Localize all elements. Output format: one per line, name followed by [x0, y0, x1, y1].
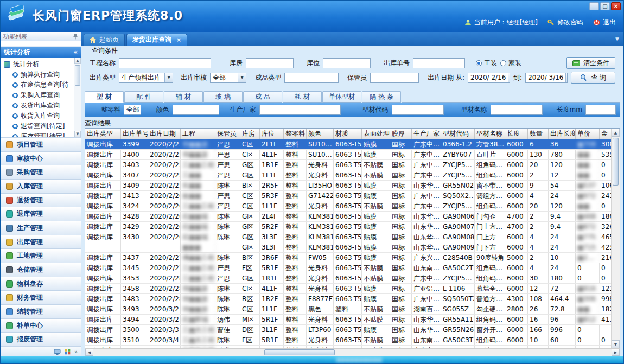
- table-row[interactable]: 调拨出库34532020/2/28工▦▦工程严思G区1R1F整料光身料6063-…: [85, 273, 611, 284]
- table-row[interactable]: 调拨出库34372020/2/27佛▦▦工程陈琳B区3R6F整料FW056063…: [85, 253, 611, 263]
- material-tab[interactable]: 耗 材: [283, 91, 322, 103]
- query-button[interactable]: 查 询: [571, 72, 615, 84]
- column-header[interactable]: 库房: [240, 129, 260, 139]
- location-input[interactable]: [323, 58, 371, 68]
- material-tab[interactable]: 型 材: [85, 91, 124, 103]
- close-button[interactable]: ×: [611, 2, 621, 10]
- product-type-input[interactable]: [284, 73, 339, 83]
- sidebar-module[interactable]: 退库管理: [1, 207, 81, 221]
- table-horizontal-scrollbar[interactable]: ◀ ▶: [85, 348, 620, 356]
- table-row[interactable]: 调拨出库35002020/3/3工▦共工程曹佳D区3L1F整料LT3P60606…: [85, 325, 611, 335]
- column-header[interactable]: 颜色: [307, 129, 334, 139]
- maximize-button[interactable]: □: [600, 2, 610, 10]
- logout-button[interactable]: 退出: [593, 18, 616, 27]
- table-row[interactable]: 调拨出库34942020/3/2石▦辉城汤伟M区5R1F整料光身料6063-T5…: [85, 315, 611, 325]
- scroll-down-icon[interactable]: ▼: [612, 340, 620, 348]
- out-type-select[interactable]: 生产领料出库 ▼: [119, 73, 173, 83]
- table-row[interactable]: 调拨出库34282020/2/26石▦▦城陈琳G区2L4F整料KLM381760…: [85, 212, 611, 222]
- audit-select[interactable]: 全部 ▼: [210, 73, 246, 83]
- table-row[interactable]: 调拨出库34092020/2/25长▦▦陈琳B区2R5F整料LI35HO6063…: [85, 181, 611, 191]
- table-row[interactable]: 调拨出库34072020/2/25工▦▦严思G区1L1F整料光身料6063-T5…: [85, 170, 611, 181]
- scroll-right-icon[interactable]: ▶: [612, 349, 620, 356]
- column-header[interactable]: 整零料: [284, 129, 307, 139]
- tree-root[interactable]: 统计分析: [4, 59, 74, 69]
- material-tab[interactable]: 辅 材: [164, 91, 203, 103]
- collapse-icon[interactable]: «: [73, 48, 78, 56]
- column-header[interactable]: 材质: [334, 129, 362, 139]
- keeper-input[interactable]: [370, 73, 419, 83]
- table-row[interactable]: 调拨出库34832020/2/28华▦▦源陈琳B区1R2F整料F8877FT60…: [85, 294, 611, 304]
- sidebar-module[interactable]: 项目管理: [1, 138, 81, 152]
- scroll-up-icon[interactable]: ▲: [74, 58, 81, 64]
- column-header[interactable]: 数量: [528, 129, 549, 139]
- warehouse-input[interactable]: [246, 58, 294, 68]
- column-header[interactable]: 型材名称: [475, 129, 505, 139]
- sidebar-module[interactable]: 入库管理: [1, 180, 81, 194]
- scrollbar-thumb[interactable]: [264, 349, 335, 355]
- tree-item[interactable]: 预算执行查询: [4, 69, 74, 80]
- column-header[interactable]: 工程: [181, 129, 215, 139]
- tree-item[interactable]: 采购入库查询: [4, 90, 74, 100]
- minimize-button[interactable]: —: [589, 2, 599, 10]
- sidebar-module[interactable]: 采购管理: [1, 165, 81, 180]
- column-header[interactable]: 出库日期: [148, 129, 181, 139]
- table-row[interactable]: ▦▦▦G区3L3F整料KLM38176063-T5贴膜国标山东华…GA90M09…: [85, 242, 611, 253]
- sidebar-module[interactable]: 物料盘存: [1, 277, 81, 291]
- sidebar-module[interactable]: 报废管理: [1, 333, 81, 347]
- material-tab[interactable]: 单体型材: [322, 91, 361, 103]
- scroll-down-icon[interactable]: ▼: [74, 131, 81, 137]
- tab-close-icon[interactable]: ×: [176, 36, 181, 43]
- table-row[interactable]: 调拨出库34582020/2/28华▦▦源陈琳C区4L1F整料光身料6063-T…: [85, 284, 611, 294]
- sidebar-module[interactable]: 生产管理: [1, 221, 81, 235]
- sidebar-module[interactable]: 审核中心: [1, 152, 81, 166]
- tree-scrollbar[interactable]: ▲ ▼: [74, 58, 81, 137]
- table-row[interactable]: 调拨出库33992020/2/25华▦▦源严思C区2L1F整料SU10…6063…: [85, 139, 611, 150]
- whole-part-select[interactable]: 全部 ▼: [124, 105, 141, 115]
- column-header[interactable]: 库位: [260, 129, 284, 139]
- scroll-up-icon[interactable]: ▲: [612, 129, 620, 137]
- table-row[interactable]: 调拨出库34002020/2/25华▦▦源严思C区4L1F整料SU10…6063…: [85, 150, 611, 160]
- profile-name-input[interactable]: [491, 105, 543, 115]
- chevron-down-icon[interactable]: ▼: [565, 73, 568, 82]
- sidebar-module[interactable]: 出库管理: [1, 235, 81, 250]
- grid-icon[interactable]: [65, 349, 71, 355]
- radio-home-decor[interactable]: 家装: [500, 59, 521, 68]
- table-row[interactable]: 调拨出库34032020/2/25工▦▦工程严思G区1R1F整料光身料6063-…: [85, 160, 611, 170]
- more-modules-chevrons[interactable]: »: [74, 349, 78, 355]
- tab-list-caret-icon[interactable]: ▼: [615, 36, 619, 42]
- scrollbar-thumb[interactable]: [75, 65, 80, 86]
- column-header[interactable]: 出库长度: [549, 129, 576, 139]
- radio-workwear[interactable]: 工装: [476, 59, 497, 68]
- table-row[interactable]: 调拨出库34932020/3/2华▦▦源陈琳C区1L1F整料黑色塑料不贴膜国标湖…: [85, 304, 611, 315]
- material-tab[interactable]: 配 件: [124, 91, 163, 103]
- clear-conditions-button[interactable]: 清空条件: [566, 57, 615, 69]
- table-row[interactable]: 调拨出库34132020/2/26南▦▦严思C区5R3F整料G714226063…: [85, 191, 611, 201]
- tree-item[interactable]: 发货出库查询: [4, 100, 74, 111]
- project-name-input[interactable]: [119, 58, 211, 68]
- column-header[interactable]: 出库单号: [121, 129, 148, 139]
- manufacturer-input[interactable]: [259, 105, 341, 115]
- column-header[interactable]: 生产厂家: [412, 129, 441, 139]
- column-header[interactable]: 表面处理: [362, 129, 390, 139]
- scroll-left-icon[interactable]: ◀: [85, 349, 93, 356]
- column-header[interactable]: 单价: [576, 129, 600, 139]
- sidebar-section-header[interactable]: 统计分析 «: [1, 47, 81, 58]
- color-input[interactable]: [173, 105, 219, 115]
- table-vertical-scrollbar[interactable]: ▲ ▼: [611, 129, 620, 348]
- tab-shipping-out-query[interactable]: 发货出库查询 ×: [126, 34, 187, 46]
- order-no-input[interactable]: [413, 58, 465, 68]
- tree-item[interactable]: 库存管理[待定]: [4, 131, 74, 138]
- tree-item[interactable]: 退货查询[待定]: [4, 121, 74, 131]
- column-header[interactable]: 型材代码: [441, 129, 475, 139]
- date-from-picker[interactable]: 2020/ 2/16 ▼: [468, 73, 510, 83]
- column-header[interactable]: 长度: [505, 129, 528, 139]
- monitor-icon[interactable]: [54, 349, 61, 355]
- table-row[interactable]: 调拨出库34452020/2/27工▦▦工程严思F区5R1F整料光身料6063-…: [85, 263, 611, 273]
- sidebar-module[interactable]: 工地管理: [1, 249, 81, 263]
- chevron-down-icon[interactable]: ▼: [164, 73, 173, 82]
- table-row[interactable]: 调拨出库35102020/3/4工▦共工程陈琳F区5R1F整料光身料6063-T…: [85, 335, 611, 346]
- length-input[interactable]: [585, 105, 616, 115]
- tab-start-page[interactable]: 起始页: [84, 34, 125, 46]
- change-password-link[interactable]: 修改密码: [547, 18, 583, 27]
- sidebar-module[interactable]: 退货管理: [1, 194, 81, 208]
